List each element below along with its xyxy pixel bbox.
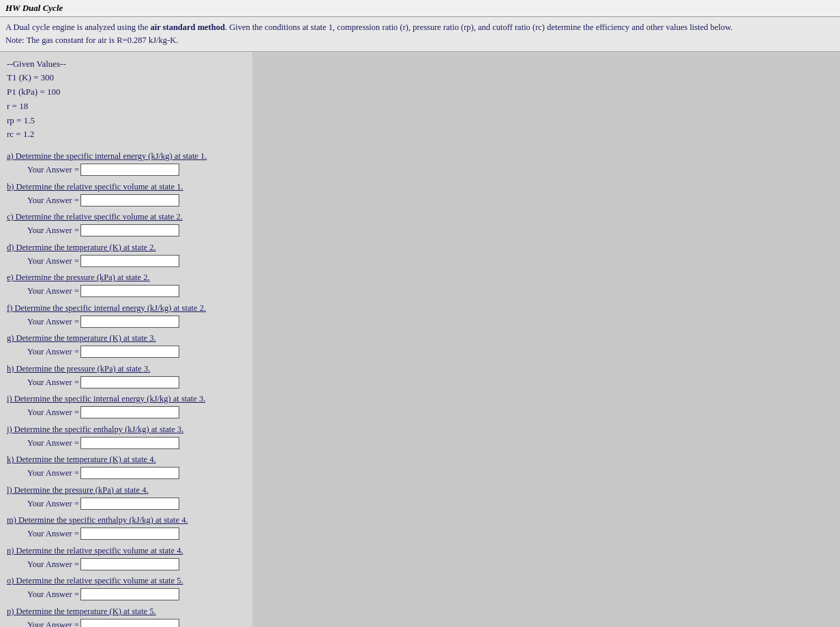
answer-input-j[interactable] <box>80 437 179 449</box>
given-p1: P1 (kPa) = 100 <box>7 85 245 100</box>
answer-input-h[interactable] <box>80 376 179 388</box>
answer-row-o: Your Answer = <box>7 588 245 601</box>
answer-row-m: Your Answer = <box>7 527 245 540</box>
question-e: e) Determine the pressure (kPa) at state… <box>7 271 245 298</box>
answer-input-l[interactable] <box>80 498 179 510</box>
answer-label-e: Your Answer = <box>27 285 79 298</box>
answer-input-o[interactable] <box>80 588 179 600</box>
answer-row-p: Your Answer = <box>7 619 245 627</box>
answer-input-b[interactable] <box>80 194 179 207</box>
page-title: HW Dual Cycle <box>5 3 63 13</box>
answer-label-n: Your Answer = <box>27 558 79 571</box>
question-m: m) Determine the specific enthalpy (kJ/k… <box>7 514 245 540</box>
answer-row-d: Your Answer = <box>7 255 245 268</box>
question-text-i: i) Determine the specific internal energ… <box>7 393 245 406</box>
question-text-n: n) Determine the relative specific volum… <box>7 545 245 557</box>
question-text-c: c) Determine the relative specific volum… <box>7 211 245 224</box>
given-t1: T1 (K) = 300 <box>7 71 245 85</box>
question-text-m: m) Determine the specific enthalpy (kJ/k… <box>7 514 245 527</box>
answer-row-n: Your Answer = <box>7 558 245 571</box>
answer-label-k: Your Answer = <box>27 467 79 480</box>
answer-row-c: Your Answer = <box>7 224 245 237</box>
title-bar: HW Dual Cycle <box>0 0 840 17</box>
answer-input-p[interactable] <box>80 619 179 627</box>
question-p: p) Determine the temperature (K) at stat… <box>7 605 245 627</box>
question-text-h: h) Determine the pressure (kPa) at state… <box>7 363 245 376</box>
question-o: o) Determine the relative specific volum… <box>7 575 245 601</box>
answer-input-d[interactable] <box>80 255 179 267</box>
answer-row-g: Your Answer = <box>7 346 245 358</box>
answer-label-g: Your Answer = <box>27 346 79 358</box>
answer-label-l: Your Answer = <box>27 498 79 510</box>
answer-input-e[interactable] <box>80 285 179 297</box>
question-h: h) Determine the pressure (kPa) at state… <box>7 363 245 389</box>
answer-row-e: Your Answer = <box>7 285 245 298</box>
question-text-d: d) Determine the temperature (K) at stat… <box>7 241 245 254</box>
questions-container: a) Determine the specific internal energ… <box>7 150 245 627</box>
question-text-g: g) Determine the temperature (K) at stat… <box>7 332 245 345</box>
question-text-o: o) Determine the relative specific volum… <box>7 575 245 587</box>
description-line2: Note: The gas constant for air is R=0.28… <box>5 35 178 45</box>
given-rc: rc = 1.2 <box>7 127 245 142</box>
answer-row-l: Your Answer = <box>7 498 245 510</box>
question-text-b: b) Determine the relative specific volum… <box>7 181 245 194</box>
answer-label-h: Your Answer = <box>27 376 79 389</box>
page-container: HW Dual Cycle A Dual cycle engine is ana… <box>0 0 840 627</box>
question-c: c) Determine the relative specific volum… <box>7 211 245 237</box>
question-f: f) Determine the specific internal energ… <box>7 302 245 328</box>
answer-input-c[interactable] <box>80 224 179 236</box>
answer-label-b: Your Answer = <box>27 194 79 207</box>
given-header: --Given Values-- <box>7 57 245 72</box>
answer-input-i[interactable] <box>80 406 179 418</box>
answer-label-c: Your Answer = <box>27 224 79 237</box>
given-values: --Given Values-- T1 (K) = 300 P1 (kPa) =… <box>7 57 245 142</box>
description-line1: A Dual cycle engine is analyzed using th… <box>5 22 733 32</box>
answer-input-g[interactable] <box>80 346 179 358</box>
content-area: --Given Values-- T1 (K) = 300 P1 (kPa) =… <box>0 52 840 628</box>
answer-row-f: Your Answer = <box>7 316 245 328</box>
given-rp: rp = 1.5 <box>7 114 245 128</box>
question-g: g) Determine the temperature (K) at stat… <box>7 332 245 358</box>
question-text-k: k) Determine the temperature (K) at stat… <box>7 453 245 466</box>
question-text-j: j) Determine the specific enthalpy (kJ/k… <box>7 423 245 436</box>
right-panel <box>252 52 840 628</box>
question-text-e: e) Determine the pressure (kPa) at state… <box>7 271 245 284</box>
answer-row-k: Your Answer = <box>7 467 245 480</box>
left-panel: --Given Values-- T1 (K) = 300 P1 (kPa) =… <box>0 52 252 628</box>
answer-label-m: Your Answer = <box>27 527 79 540</box>
question-l: l) Determine the pressure (kPa) at state… <box>7 484 245 510</box>
answer-input-n[interactable] <box>80 558 179 570</box>
answer-label-p: Your Answer = <box>27 619 79 627</box>
answer-input-f[interactable] <box>80 316 179 328</box>
answer-label-i: Your Answer = <box>27 406 79 419</box>
question-text-p: p) Determine the temperature (K) at stat… <box>7 605 245 618</box>
answer-input-a[interactable] <box>80 164 179 176</box>
answer-label-f: Your Answer = <box>27 316 79 328</box>
question-k: k) Determine the temperature (K) at stat… <box>7 453 245 480</box>
answer-input-m[interactable] <box>80 527 179 540</box>
answer-input-k[interactable] <box>80 467 179 479</box>
question-text-f: f) Determine the specific internal energ… <box>7 302 245 315</box>
question-n: n) Determine the relative specific volum… <box>7 545 245 571</box>
description: A Dual cycle engine is analyzed using th… <box>0 17 840 52</box>
given-r: r = 18 <box>7 100 245 114</box>
answer-row-i: Your Answer = <box>7 406 245 419</box>
question-j: j) Determine the specific enthalpy (kJ/k… <box>7 423 245 450</box>
question-d: d) Determine the temperature (K) at stat… <box>7 241 245 268</box>
question-a: a) Determine the specific internal energ… <box>7 150 245 177</box>
answer-label-o: Your Answer = <box>27 588 79 601</box>
answer-row-h: Your Answer = <box>7 376 245 389</box>
answer-row-j: Your Answer = <box>7 437 245 450</box>
answer-label-a: Your Answer = <box>27 164 79 177</box>
question-text-l: l) Determine the pressure (kPa) at state… <box>7 484 245 497</box>
answer-label-j: Your Answer = <box>27 437 79 450</box>
question-i: i) Determine the specific internal energ… <box>7 393 245 419</box>
question-b: b) Determine the relative specific volum… <box>7 181 245 207</box>
answer-label-d: Your Answer = <box>27 255 79 268</box>
answer-row-a: Your Answer = <box>7 164 245 177</box>
question-text-a: a) Determine the specific internal energ… <box>7 150 245 163</box>
answer-row-b: Your Answer = <box>7 194 245 207</box>
